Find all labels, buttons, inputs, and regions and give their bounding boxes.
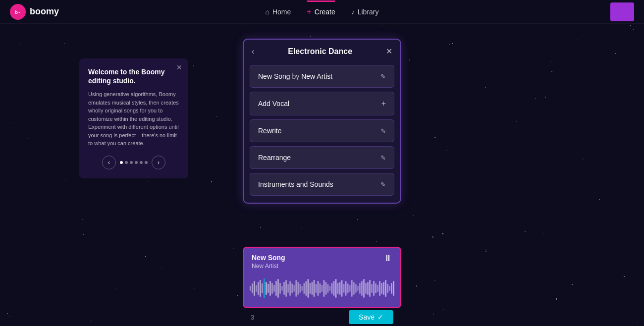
svg-rect-25: [296, 280, 297, 297]
svg-rect-19: [283, 282, 284, 295]
svg-rect-66: [377, 285, 378, 292]
svg-rect-41: [327, 284, 328, 293]
dot-4: [135, 161, 138, 164]
svg-rect-30: [306, 281, 307, 296]
svg-rect-50: [345, 281, 346, 296]
svg-rect-22: [290, 281, 291, 296]
instruments-sounds-label: Instruments and Sounds: [258, 180, 333, 188]
svg-rect-63: [372, 284, 373, 293]
player-artist-name: New Artist: [252, 263, 285, 270]
step-number: 3: [251, 314, 254, 321]
svg-rect-26: [298, 282, 299, 295]
svg-rect-34: [314, 280, 315, 297]
svg-rect-5: [256, 285, 257, 292]
svg-rect-6: [258, 282, 259, 295]
welcome-title: Welcome to the Boomy editing studio.: [88, 67, 179, 85]
song-name-text: New Song: [258, 72, 290, 80]
nav-create[interactable]: + Create: [307, 7, 335, 16]
home-icon: ⌂: [266, 8, 269, 16]
svg-rect-46: [337, 283, 338, 294]
welcome-panel: ✕ Welcome to the Boomy editing studio. U…: [79, 58, 188, 178]
dot-1: [120, 161, 123, 164]
library-icon: ♪: [351, 8, 355, 16]
upgrade-button[interactable]: [610, 2, 634, 21]
modal-title: Electronic Dance: [288, 47, 352, 56]
svg-rect-49: [343, 284, 344, 293]
create-icon: +: [307, 7, 311, 16]
svg-rect-56: [357, 286, 358, 291]
modal-back-button[interactable]: ‹: [252, 47, 254, 56]
svg-rect-11: [268, 284, 268, 293]
svg-rect-20: [285, 280, 286, 297]
svg-rect-29: [304, 283, 305, 294]
navbar: b~ boomy ⌂ Home + Create ♪ Library: [0, 0, 644, 24]
svg-rect-62: [370, 280, 371, 297]
add-vocal-label: Add Vocal: [258, 100, 289, 108]
dot-3: [130, 161, 133, 164]
svg-rect-31: [308, 279, 309, 298]
modal-body: New Song by New Artist ✎ Add Vocal + Rew…: [244, 63, 400, 203]
welcome-close-button[interactable]: ✕: [176, 63, 182, 71]
save-label: Save: [359, 313, 375, 321]
svg-rect-61: [368, 282, 369, 295]
artist-name-text: New Artist: [301, 72, 332, 80]
nav-home[interactable]: ⌂ Home: [266, 8, 291, 16]
player-song-info: New Song New Artist: [252, 254, 285, 270]
svg-rect-58: [362, 281, 363, 296]
svg-rect-74: [393, 281, 394, 296]
svg-rect-54: [353, 282, 354, 295]
boomy-logo-icon: b~: [10, 4, 26, 20]
rewrite-edit-icon: ✎: [380, 127, 386, 135]
svg-rect-21: [288, 284, 289, 293]
menu-item-rearrange[interactable]: Rearrange ✎: [250, 146, 394, 169]
new-song-label: New Song by New Artist: [258, 72, 332, 80]
svg-rect-64: [374, 281, 375, 296]
svg-rect-44: [333, 281, 334, 296]
svg-rect-32: [310, 283, 311, 294]
save-button[interactable]: Save ✓: [349, 310, 393, 324]
by-text: by: [290, 72, 302, 80]
dot-6: [145, 161, 148, 164]
modal-close-button[interactable]: ✕: [386, 47, 392, 56]
svg-rect-70: [385, 280, 386, 297]
welcome-next-button[interactable]: ›: [152, 156, 165, 169]
svg-rect-15: [275, 281, 276, 296]
svg-rect-4: [254, 281, 255, 296]
svg-rect-73: [391, 283, 392, 294]
rearrange-edit-icon: ✎: [380, 154, 386, 162]
svg-text:b~: b~: [15, 10, 21, 15]
dot-5: [140, 161, 143, 164]
svg-rect-9: [264, 278, 265, 298]
svg-rect-51: [347, 283, 348, 293]
player-info: New Song New Artist ⏸: [244, 248, 400, 272]
edit-modal: ‹ Electronic Dance ✕ New Song by New Art…: [243, 39, 401, 204]
svg-rect-7: [260, 280, 261, 297]
svg-rect-18: [281, 286, 282, 291]
menu-item-instruments-sounds[interactable]: Instruments and Sounds ✎: [250, 173, 394, 196]
rewrite-label: Rewrite: [258, 127, 281, 135]
svg-rect-14: [273, 285, 274, 292]
player-inner: New Song New Artist ⏸: [243, 247, 401, 308]
save-check-icon: ✓: [377, 313, 383, 321]
pause-button[interactable]: ⏸: [383, 254, 392, 263]
waveform-area: [244, 272, 400, 307]
menu-item-rewrite[interactable]: Rewrite ✎: [250, 119, 394, 142]
svg-rect-16: [277, 279, 278, 298]
svg-rect-12: [269, 281, 270, 296]
menu-item-add-vocal[interactable]: Add Vocal +: [250, 92, 394, 115]
svg-rect-24: [294, 285, 295, 292]
svg-rect-10: [266, 282, 267, 295]
svg-rect-69: [383, 282, 384, 295]
svg-rect-48: [341, 280, 342, 297]
svg-rect-71: [387, 284, 388, 293]
svg-rect-45: [335, 279, 336, 298]
welcome-prev-button[interactable]: ‹: [102, 156, 116, 169]
svg-rect-47: [339, 282, 340, 295]
welcome-body-text: Using generative algorithms, Boomy emula…: [88, 90, 179, 148]
nav-library[interactable]: ♪ Library: [351, 8, 379, 16]
menu-item-new-song[interactable]: New Song by New Artist ✎: [250, 65, 394, 88]
edit-song-icon: ✎: [380, 73, 386, 80]
player-song-name: New Song: [252, 254, 285, 262]
svg-rect-36: [318, 281, 319, 296]
svg-rect-8: [262, 283, 263, 293]
